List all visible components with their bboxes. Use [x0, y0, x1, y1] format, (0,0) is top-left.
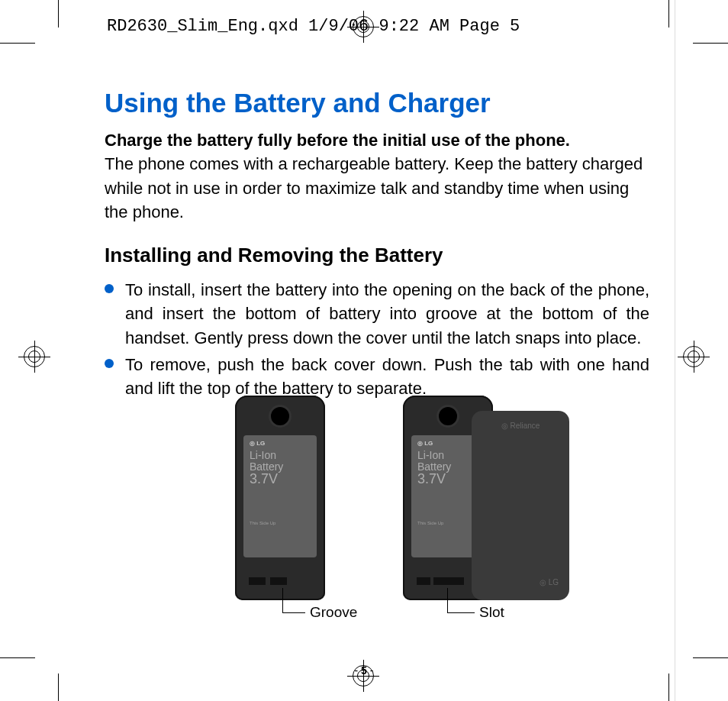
bullet-list: To install, insert the battery into the … — [105, 278, 649, 400]
page-number: - 5 - — [0, 664, 728, 677]
battery-text: Battery — [417, 461, 478, 473]
battery-side-label: This Side Up — [250, 521, 311, 525]
battery-voltage: 3.7V — [250, 472, 311, 486]
crop-mark — [58, 674, 59, 701]
subsection-title: Installing and Removing the Battery — [105, 244, 649, 267]
crop-mark — [0, 43, 35, 44]
battery-brand: ◎ LG — [417, 440, 478, 447]
crop-mark — [668, 674, 669, 701]
cover-text: ◎ Reliance — [501, 422, 540, 430]
crop-mark — [693, 43, 728, 44]
cover-text: ◎ LG — [540, 578, 559, 586]
registration-mark-right — [678, 341, 710, 373]
back-cover-illustration: ◎ Reliance ◎ LG — [472, 411, 569, 600]
callout-leader — [447, 588, 448, 612]
crop-mark — [668, 0, 669, 27]
lead-bold: Charge the battery fully before the init… — [105, 129, 649, 152]
battery-illustration: ◎ LG Li-Ion Battery 3.7V This Side Up — [243, 435, 317, 557]
battery-voltage: 3.7V — [417, 472, 478, 486]
connector-slot — [417, 577, 479, 588]
phone-illustration-left: ◎ LG Li-Ion Battery 3.7V This Side Up — [235, 396, 325, 600]
battery-text: Li-Ion — [417, 450, 478, 461]
content-column: Using the Battery and Charger Charge the… — [105, 88, 649, 403]
bullet-item: To install, insert the battery into the … — [105, 278, 649, 350]
page-edge — [675, 0, 675, 701]
battery-brand: ◎ LG — [250, 440, 311, 447]
bullet-item: To remove, push the back cover down. Pus… — [105, 353, 649, 400]
camera-icon — [269, 405, 292, 428]
crop-mark — [0, 657, 35, 658]
callout-leader — [447, 612, 475, 613]
callout-leader — [282, 588, 283, 612]
page: { "header_slug": "RD2630_Slim_Eng.qxd 1/… — [0, 0, 728, 701]
battery-text: Li-Ion — [250, 450, 311, 461]
crop-mark — [693, 657, 728, 658]
connector-groove — [249, 577, 311, 588]
callout-leader — [282, 612, 305, 613]
registration-mark-left — [18, 341, 50, 373]
lead-body: The phone comes with a rechargeable batt… — [105, 152, 649, 224]
crop-mark — [58, 0, 59, 27]
camera-icon — [436, 405, 459, 428]
battery-text: Battery — [250, 461, 311, 473]
header-slug: RD2630_Slim_Eng.qxd 1/9/06 9:22 AM Page … — [107, 17, 520, 36]
section-title: Using the Battery and Charger — [105, 88, 649, 118]
callout-label-slot: Slot — [479, 604, 504, 621]
battery-side-label: This Side Up — [417, 521, 478, 525]
figure-area: ◎ LG Li-Ion Battery 3.7V This Side Up Gr… — [206, 396, 603, 648]
callout-label-groove: Groove — [310, 604, 357, 621]
